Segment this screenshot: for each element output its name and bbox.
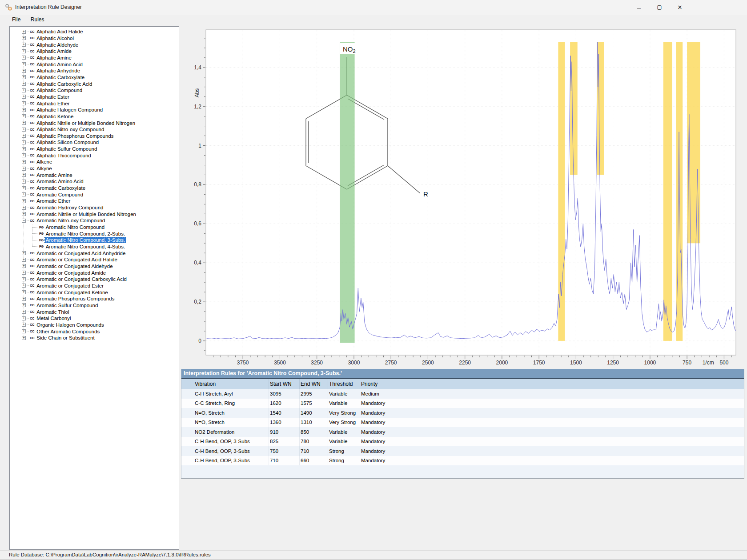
column-header-start-wn[interactable]: Start WN: [269, 379, 300, 389]
close-button[interactable]: ✕: [671, 0, 689, 15]
expand-icon[interactable]: +: [22, 199, 26, 203]
expand-icon[interactable]: +: [22, 186, 26, 190]
expand-icon[interactable]: +: [22, 82, 26, 86]
expand-icon[interactable]: +: [22, 323, 26, 327]
tree-item[interactable]: +CCAliphatic Ketone: [10, 113, 179, 120]
tree-item[interactable]: −CCAromatic Nitro-oxy Compound: [10, 217, 179, 224]
tree-item[interactable]: +CCAromatic or Conjugated Amide: [10, 269, 179, 276]
expand-icon[interactable]: +: [22, 140, 26, 144]
expand-icon[interactable]: +: [22, 310, 26, 314]
table-row[interactable]: C-H Stretch, Aryl30952995VariableMedium: [181, 389, 744, 399]
tree-item[interactable]: +CCAlkyne: [10, 165, 179, 172]
menu-rules[interactable]: Rules: [27, 15, 48, 26]
expand-icon[interactable]: +: [22, 160, 26, 164]
expand-icon[interactable]: +: [22, 88, 26, 92]
expand-icon[interactable]: +: [22, 101, 26, 105]
tree-item[interactable]: +CCAromatic Nitrile or Multiple Bonded N…: [10, 211, 179, 217]
expand-icon[interactable]: +: [22, 56, 26, 60]
plot-area[interactable]: [206, 30, 736, 355]
expand-icon[interactable]: +: [22, 43, 26, 47]
tree-item[interactable]: +CCAliphatic Thiocompound: [10, 152, 179, 159]
tree-item[interactable]: +CCAromatic Thiol: [10, 308, 179, 315]
expand-icon[interactable]: +: [22, 36, 26, 40]
tree-item[interactable]: +CCAromatic Carboxylate: [10, 185, 179, 192]
tree-item[interactable]: +CCAromatic or Conjugated Acid Anhydride: [10, 250, 179, 256]
expand-icon[interactable]: +: [22, 180, 26, 184]
expand-icon[interactable]: +: [22, 147, 26, 151]
expand-icon[interactable]: +: [22, 167, 26, 171]
tree-item[interactable]: FGAromatic Nitro Compound, 3-Subs.: [10, 237, 179, 244]
column-header-priority[interactable]: Priority: [360, 379, 744, 389]
expand-icon[interactable]: +: [22, 30, 26, 34]
expand-icon[interactable]: +: [22, 251, 26, 255]
expand-icon[interactable]: +: [22, 62, 26, 66]
tree-item[interactable]: +CCAliphatic Nitro-oxy Compound: [10, 126, 179, 133]
expand-icon[interactable]: +: [22, 134, 26, 138]
tree-item[interactable]: +CCAliphatic Ether: [10, 100, 179, 107]
expand-icon[interactable]: +: [22, 95, 26, 99]
spectrum-chart[interactable]: NO2R375035003250300027502500225020001750…: [181, 26, 747, 369]
tree-item[interactable]: +CCAliphatic Acid Halide: [10, 28, 179, 35]
expand-icon[interactable]: +: [22, 108, 26, 112]
column-header-threshold[interactable]: Threshold: [328, 379, 360, 389]
tree-item[interactable]: +CCAromatic or Conjugated Ester: [10, 283, 179, 289]
tree-item[interactable]: +CCAliphatic Amide: [10, 48, 179, 55]
column-header-end-wn[interactable]: End WN: [300, 379, 328, 389]
tree-item[interactable]: +CCAromatic Amino Acid: [10, 178, 179, 185]
tree-item[interactable]: FGAromatic Nitro Compound: [10, 224, 179, 231]
tree-item[interactable]: +CCAliphatic Carboxylate: [10, 74, 179, 81]
tree-item[interactable]: +CCAromatic Phosphorus Compounds: [10, 296, 179, 302]
tree-item[interactable]: +CCAromatic Hydroxy Compound: [10, 204, 179, 211]
tree-item[interactable]: +CCOrganic Halogen Compounds: [10, 322, 179, 328]
tree-item[interactable]: +CCAlkene: [10, 159, 179, 165]
expand-icon[interactable]: +: [22, 75, 26, 79]
tree-item[interactable]: +CCMetal Carbonyl: [10, 315, 179, 322]
tree-item[interactable]: +CCAliphatic Silicon Compound: [10, 139, 179, 146]
expand-icon[interactable]: +: [22, 206, 26, 210]
tree-item[interactable]: +CCAromatic Ether: [10, 198, 179, 204]
tree-item[interactable]: +CCAliphatic Compound: [10, 87, 179, 94]
expand-icon[interactable]: +: [22, 192, 26, 196]
menu-file[interactable]: File: [8, 15, 24, 26]
tree-item[interactable]: +CCSide Chain or Substituent: [10, 335, 179, 341]
tree-item[interactable]: +CCAliphatic Carboxylic Acid: [10, 80, 179, 87]
expand-icon[interactable]: +: [22, 153, 26, 157]
tree-item[interactable]: +CCAromatic or Conjugated Aldehyde: [10, 263, 179, 270]
expand-icon[interactable]: +: [22, 290, 26, 294]
table-row[interactable]: C-H Bend, OOP, 3-Subs710660StrongMandato…: [181, 456, 744, 466]
tree-item[interactable]: +CCAliphatic Ester: [10, 94, 179, 100]
rule-class-tree[interactable]: +CCAliphatic Acid Halide+CCAliphatic Alc…: [9, 26, 179, 550]
table-row[interactable]: NO2 Deformation910850VariableMandatory: [181, 427, 744, 437]
tree-item[interactable]: +CCAromatic Amine: [10, 172, 179, 178]
column-header-vibration[interactable]: Vibration: [181, 379, 269, 389]
expand-icon[interactable]: +: [22, 49, 26, 53]
table-row[interactable]: C-C Stretch, Ring16201575VariableMandato…: [181, 399, 744, 408]
tree-item[interactable]: +CCAliphatic Sulfur Compound: [10, 146, 179, 152]
table-row[interactable]: C-H Bend, OOP, 3-Subs750710StrongMandato…: [181, 446, 744, 456]
table-row[interactable]: N=O, Stretch15401490Very StrongMandatory: [181, 408, 744, 418]
expand-icon[interactable]: +: [22, 69, 26, 73]
tree-item[interactable]: +CCAromatic or Conjugated Ketone: [10, 289, 179, 296]
expand-icon[interactable]: +: [22, 258, 26, 262]
expand-icon[interactable]: +: [22, 271, 26, 275]
tree-item[interactable]: FGAromatic Nitro Compound, 4-Subs.: [10, 244, 179, 250]
maximize-button[interactable]: ▢: [650, 0, 669, 15]
tree-item[interactable]: +CCAliphatic Alcohol: [10, 35, 179, 42]
table-row[interactable]: N=O, Stretch13601310Very StrongMandatory: [181, 418, 744, 428]
expand-icon[interactable]: +: [22, 303, 26, 307]
tree-item[interactable]: +CCOther Aromatic Compounds: [10, 328, 179, 335]
tree-item[interactable]: +CCAromatic Compound: [10, 191, 179, 198]
expand-icon[interactable]: +: [22, 212, 26, 216]
tree-item[interactable]: +CCAliphatic Halogen Compound: [10, 107, 179, 113]
expand-icon[interactable]: +: [22, 264, 26, 268]
tree-item[interactable]: +CCAliphatic Phosphorus Compounds: [10, 133, 179, 140]
tree-item[interactable]: +CCAromatic Sulfur Compound: [10, 302, 179, 309]
tree-item[interactable]: FGAromatic Nitro Compound, 2-Subs.: [10, 230, 179, 237]
tree-item[interactable]: +CCAliphatic Aldehyde: [10, 41, 179, 48]
expand-icon[interactable]: +: [22, 336, 26, 340]
expand-icon[interactable]: +: [22, 114, 26, 118]
expand-icon[interactable]: +: [22, 316, 26, 320]
expand-icon[interactable]: +: [22, 121, 26, 125]
table-row[interactable]: C-H Bend, OOP, 3-Subs825780VariableManda…: [181, 437, 744, 447]
expand-icon[interactable]: +: [22, 329, 26, 333]
